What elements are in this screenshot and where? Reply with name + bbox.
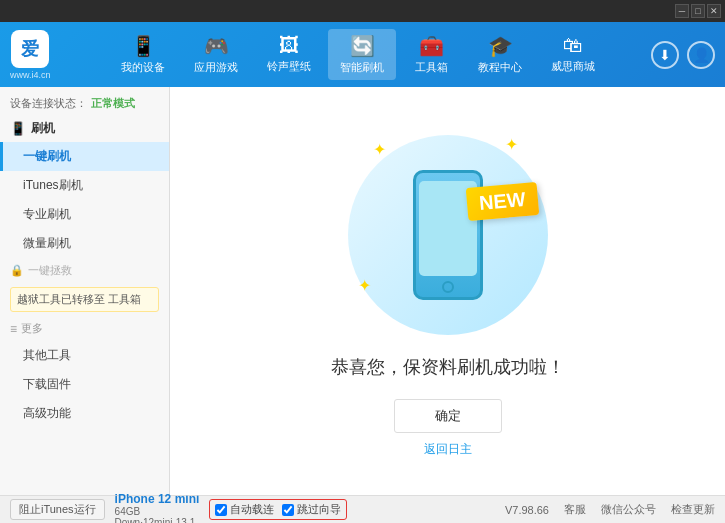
device-storage: 64GB	[115, 506, 200, 517]
sidebar-info-box: 越狱工具已转移至 工具箱	[10, 287, 159, 312]
version-text: V7.98.66	[505, 504, 549, 516]
mall-icon: 🛍	[563, 34, 583, 57]
nav-item-apps-games[interactable]: 🎮 应用游戏	[182, 29, 250, 80]
sidebar-section-flash: 📱 刷机	[0, 115, 169, 142]
tutorial-icon: 🎓	[488, 34, 513, 58]
sidebar-item-itunes-flash[interactable]: iTunes刷机	[0, 171, 169, 200]
sidebar-item-other-tools[interactable]: 其他工具	[0, 341, 169, 370]
check-update-link[interactable]: 检查更新	[671, 502, 715, 517]
ringtone-icon: 🖼	[279, 34, 299, 57]
smart-flash-icon: 🔄	[350, 34, 375, 58]
sidebar-section-more: 更多	[0, 316, 169, 341]
content-area: ✦ ✦ ✦ NEW 恭喜您，保资料刷机成功啦！ 确定 返回日主	[170, 87, 725, 495]
wechat-public-link[interactable]: 微信公众号	[601, 502, 656, 517]
logo-char: 爱	[21, 37, 39, 61]
download-button[interactable]: ⬇	[651, 41, 679, 69]
auto-connect-checkbox[interactable]: 自动载连	[215, 502, 274, 517]
sidebar: 设备连接状态： 正常模式 📱 刷机 一键刷机 iTunes刷机 专业刷机 微量刷…	[0, 87, 170, 495]
nav-right-buttons: ⬇ 👤	[651, 41, 715, 69]
nav-item-my-device[interactable]: 📱 我的设备	[109, 29, 177, 80]
phone-home-button	[442, 281, 454, 293]
sidebar-item-download-firmware[interactable]: 下载固件	[0, 370, 169, 399]
device-status-bar: 设备连接状态： 正常模式	[0, 92, 169, 115]
advanced-label: 高级功能	[23, 406, 71, 420]
tutorial-label: 教程中心	[478, 60, 522, 75]
bottom-right: V7.98.66 客服 微信公众号 检查更新	[505, 502, 715, 517]
window-controls: ─ □ ✕	[675, 4, 721, 18]
nav-item-toolbox[interactable]: 🧰 工具箱	[401, 29, 461, 80]
sparkle-icon-3: ✦	[358, 276, 371, 295]
sidebar-item-advanced[interactable]: 高级功能	[0, 399, 169, 428]
title-bar: ─ □ ✕	[0, 0, 725, 22]
logo: 爱 www.i4.cn	[10, 30, 51, 80]
logo-subtext: www.i4.cn	[10, 70, 51, 80]
logo-icon: 爱	[11, 30, 49, 68]
phone-illustration: ✦ ✦ ✦ NEW	[348, 125, 548, 345]
confirm-button[interactable]: 确定	[394, 399, 502, 433]
customer-service-link[interactable]: 客服	[564, 502, 586, 517]
apps-games-icon: 🎮	[204, 34, 229, 58]
other-tools-label: 其他工具	[23, 348, 71, 362]
skip-wizard-checkbox[interactable]: 跳过向导	[282, 502, 341, 517]
skip-wizard-label: 跳过向导	[297, 502, 341, 517]
flash-section-label: 刷机	[31, 120, 55, 137]
user-button[interactable]: 👤	[687, 41, 715, 69]
sidebar-item-one-click-flash[interactable]: 一键刷机	[0, 142, 169, 171]
device-model: Down·12mini-13,1	[115, 517, 200, 524]
nav-items: 📱 我的设备 🎮 应用游戏 🖼 铃声壁纸 🔄 智能刷机 🧰 工具箱 🎓 教程中心…	[66, 29, 651, 80]
info-box-text: 越狱工具已转移至 工具箱	[17, 293, 141, 305]
sidebar-item-pro-flash[interactable]: 专业刷机	[0, 200, 169, 229]
toolbox-icon: 🧰	[419, 34, 444, 58]
my-device-icon: 📱	[131, 34, 156, 58]
one-click-flash-label: 一键刷机	[23, 149, 71, 163]
nav-item-ringtone[interactable]: 🖼 铃声壁纸	[255, 29, 323, 80]
nav-item-mall[interactable]: 🛍 威思商城	[539, 29, 607, 80]
minimize-button[interactable]: ─	[675, 4, 689, 18]
bottom-left-actions: 阻止iTunes运行	[10, 499, 105, 520]
toolbox-label: 工具箱	[415, 60, 448, 75]
success-message: 恭喜您，保资料刷机成功啦！	[331, 355, 565, 379]
status-label: 设备连接状态：	[10, 96, 87, 111]
sidebar-item-one-click-rescue-disabled: 🔒 一键拯救	[0, 258, 169, 283]
more-section-label: 更多	[21, 321, 43, 336]
auto-connect-input[interactable]	[215, 504, 227, 516]
back-today-link[interactable]: 返回日主	[424, 441, 472, 458]
download-firmware-label: 下载固件	[23, 377, 71, 391]
auto-connect-label: 自动载连	[230, 502, 274, 517]
status-value: 正常模式	[91, 96, 135, 111]
skip-wizard-input[interactable]	[282, 504, 294, 516]
nav-item-tutorial[interactable]: 🎓 教程中心	[466, 29, 534, 80]
sidebar-item-save-flash[interactable]: 微量刷机	[0, 229, 169, 258]
smart-flash-label: 智能刷机	[340, 60, 384, 75]
close-button[interactable]: ✕	[707, 4, 721, 18]
flash-section-icon: 📱	[10, 121, 26, 136]
new-badge: NEW	[466, 181, 539, 220]
main-layout: 设备连接状态： 正常模式 📱 刷机 一键刷机 iTunes刷机 专业刷机 微量刷…	[0, 87, 725, 495]
checkbox-outline-box: 自动载连 跳过向导	[209, 499, 347, 520]
nav-bar: 爱 www.i4.cn 📱 我的设备 🎮 应用游戏 🖼 铃声壁纸 🔄 智能刷机 …	[0, 22, 725, 87]
ringtone-label: 铃声壁纸	[267, 59, 311, 74]
my-device-label: 我的设备	[121, 60, 165, 75]
one-click-rescue-label: 一键拯救	[28, 263, 72, 278]
device-section: iPhone 12 mini 64GB Down·12mini-13,1	[115, 492, 200, 524]
itunes-flash-label: iTunes刷机	[23, 178, 83, 192]
nav-item-smart-flash[interactable]: 🔄 智能刷机	[328, 29, 396, 80]
save-flash-label: 微量刷机	[23, 236, 71, 250]
bottom-bar: 阻止iTunes运行 iPhone 12 mini 64GB Down·12mi…	[0, 495, 725, 523]
mall-label: 威思商城	[551, 59, 595, 74]
sparkle-icon-1: ✦	[373, 140, 386, 159]
maximize-button[interactable]: □	[691, 4, 705, 18]
sparkle-icon-2: ✦	[505, 135, 518, 154]
stop-itunes-button[interactable]: 阻止iTunes运行	[10, 499, 105, 520]
apps-games-label: 应用游戏	[194, 60, 238, 75]
pro-flash-label: 专业刷机	[23, 207, 71, 221]
lock-icon: 🔒	[10, 264, 24, 277]
